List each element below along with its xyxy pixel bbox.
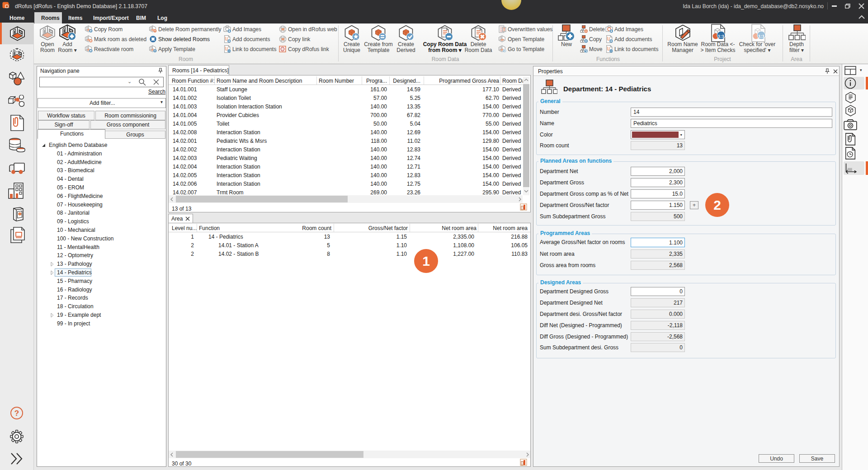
svg-text:?: ? (14, 409, 19, 418)
svg-text:★: ★ (353, 33, 359, 40)
svg-text:1:1: 1:1 (758, 33, 765, 38)
svg-text:1:1: 1:1 (718, 33, 725, 38)
